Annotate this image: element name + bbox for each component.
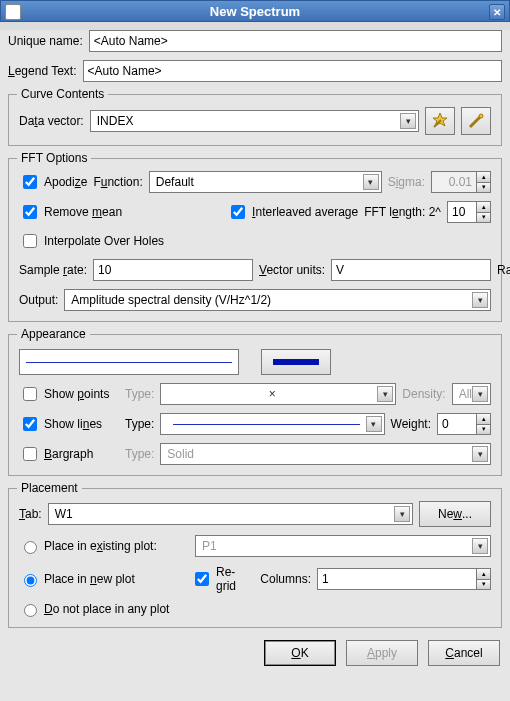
show-points-checkbox[interactable]: Show points bbox=[19, 384, 119, 404]
existing-plot-radio-input[interactable] bbox=[24, 541, 37, 554]
rate-units-label: Rate units: bbox=[497, 263, 510, 277]
chevron-down-icon: ▾ bbox=[472, 386, 488, 402]
function-combo[interactable]: Default ▾ bbox=[149, 171, 382, 193]
bargraph-type-combo: Solid ▾ bbox=[160, 443, 491, 465]
line-type-label: Type: bbox=[125, 417, 154, 431]
function-value: Default bbox=[156, 175, 194, 189]
chevron-down-icon: ▾ bbox=[472, 538, 488, 554]
tab-value: W1 bbox=[55, 507, 73, 521]
ok-button[interactable]: OK bbox=[264, 640, 336, 666]
columns-spin[interactable]: ▴▾ bbox=[317, 568, 491, 590]
existing-plot-value: P1 bbox=[202, 539, 217, 553]
function-label: Function: bbox=[93, 175, 142, 189]
regrid-input[interactable] bbox=[195, 572, 209, 586]
tab-combo[interactable]: W1 ▾ bbox=[48, 503, 413, 525]
new-plot-radio[interactable]: Place in new plot bbox=[19, 571, 185, 587]
density-combo: All ▾ bbox=[452, 383, 491, 405]
remove-mean-input[interactable] bbox=[23, 205, 37, 219]
fft-length-spin-buttons[interactable]: ▴▾ bbox=[477, 201, 491, 223]
remove-mean-label: Remove mean bbox=[44, 205, 122, 219]
bargraph-type-value: Solid bbox=[167, 447, 194, 461]
bargraph-input[interactable] bbox=[23, 447, 37, 461]
weight-input[interactable] bbox=[437, 413, 477, 435]
interleaved-label: Interleaved average bbox=[252, 205, 358, 219]
legend-text-input[interactable] bbox=[83, 60, 502, 82]
apodize-checkbox[interactable]: Apodize bbox=[19, 172, 87, 192]
window-title: New Spectrum bbox=[210, 4, 300, 19]
donot-place-radio-input[interactable] bbox=[24, 604, 37, 617]
line-type-combo[interactable]: ▾ bbox=[160, 413, 384, 435]
sigma-spin-buttons: ▴▾ bbox=[477, 171, 491, 193]
titlebar: New Spectrum ✕ bbox=[0, 0, 510, 22]
fft-length-spin[interactable]: ▴▾ bbox=[447, 201, 491, 223]
line-type-preview bbox=[173, 424, 359, 425]
wizard-edit-vector-button[interactable] bbox=[461, 107, 491, 135]
chevron-down-icon: ▾ bbox=[472, 446, 488, 462]
apply-button: Apply bbox=[346, 640, 418, 666]
sample-rate-input[interactable] bbox=[93, 259, 253, 281]
bargraph-checkbox[interactable]: Bargraph bbox=[19, 444, 119, 464]
regrid-label: Re-grid bbox=[216, 565, 254, 593]
line-preview bbox=[19, 349, 239, 375]
unique-name-label: Unique name: bbox=[8, 34, 83, 48]
remove-mean-checkbox[interactable]: Remove mean bbox=[19, 202, 122, 222]
weight-label: Weight: bbox=[391, 417, 431, 431]
weight-spin[interactable]: ▴▾ bbox=[437, 413, 491, 435]
placement-title: Placement bbox=[17, 481, 82, 495]
donot-place-radio[interactable]: Do not place in any plot bbox=[19, 601, 169, 617]
close-button[interactable]: ✕ bbox=[489, 4, 505, 20]
unique-name-input[interactable] bbox=[89, 30, 502, 52]
appearance-title: Appearance bbox=[17, 327, 90, 341]
point-type-value: × bbox=[167, 387, 377, 401]
bargraph-label: Bargraph bbox=[44, 447, 93, 461]
button-bar: OK Apply Cancel bbox=[8, 640, 502, 666]
placement-group: Placement Tab: W1 ▾ New... Place in exis… bbox=[8, 488, 502, 628]
show-points-input[interactable] bbox=[23, 387, 37, 401]
columns-input[interactable] bbox=[317, 568, 477, 590]
interleaved-input[interactable] bbox=[231, 205, 245, 219]
interleaved-checkbox[interactable]: Interleaved average bbox=[227, 202, 358, 222]
bargraph-type-label: Type: bbox=[125, 447, 154, 461]
interpolate-label: Interpolate Over Holes bbox=[44, 234, 164, 248]
show-lines-checkbox[interactable]: Show lines bbox=[19, 414, 119, 434]
sample-rate-label: Sample rate: bbox=[19, 263, 87, 277]
wand-icon bbox=[467, 112, 485, 130]
vector-units-label: Vector units: bbox=[259, 263, 325, 277]
chevron-down-icon: ▾ bbox=[472, 292, 488, 308]
sigma-label: Sigma: bbox=[388, 175, 425, 189]
chevron-down-icon: ▾ bbox=[366, 416, 382, 432]
new-plot-radio-input[interactable] bbox=[24, 574, 37, 587]
data-vector-combo[interactable]: INDEX ▾ bbox=[90, 110, 419, 132]
line-color-button[interactable] bbox=[261, 349, 331, 375]
new-plot-label: Place in new plot bbox=[44, 572, 135, 586]
regrid-checkbox[interactable]: Re-grid bbox=[191, 565, 254, 593]
wizard-new-vector-button[interactable] bbox=[425, 107, 455, 135]
apodize-label: Apodize bbox=[44, 175, 87, 189]
cancel-button[interactable]: Cancel bbox=[428, 640, 500, 666]
new-tab-button[interactable]: New... bbox=[419, 501, 491, 527]
output-label: Output: bbox=[19, 293, 58, 307]
sigma-input bbox=[431, 171, 477, 193]
columns-spin-buttons[interactable]: ▴▾ bbox=[477, 568, 491, 590]
apodize-checkbox-input[interactable] bbox=[23, 175, 37, 189]
donot-place-label: Do not place in any plot bbox=[44, 602, 169, 616]
show-points-label: Show points bbox=[44, 387, 109, 401]
existing-plot-combo: P1 ▾ bbox=[195, 535, 491, 557]
svg-marker-0 bbox=[433, 113, 447, 126]
chevron-down-icon: ▾ bbox=[363, 174, 379, 190]
output-combo[interactable]: Amplitude spectral density (V/Hz^1/2) ▾ bbox=[64, 289, 491, 311]
vector-units-input[interactable] bbox=[331, 259, 491, 281]
sigma-spin: ▴▾ bbox=[431, 171, 491, 193]
weight-spin-buttons[interactable]: ▴▾ bbox=[477, 413, 491, 435]
tab-label: Tab: bbox=[19, 507, 42, 521]
show-lines-input[interactable] bbox=[23, 417, 37, 431]
dialog-body: Unique name: Legend Text: Curve Contents… bbox=[0, 30, 510, 701]
interpolate-checkbox[interactable]: Interpolate Over Holes bbox=[19, 231, 164, 251]
svg-point-3 bbox=[479, 114, 483, 118]
show-lines-label: Show lines bbox=[44, 417, 102, 431]
existing-plot-radio[interactable]: Place in existing plot: bbox=[19, 538, 189, 554]
color-swatch bbox=[273, 359, 319, 365]
data-vector-value: INDEX bbox=[97, 114, 134, 128]
fft-length-input[interactable] bbox=[447, 201, 477, 223]
interpolate-input[interactable] bbox=[23, 234, 37, 248]
